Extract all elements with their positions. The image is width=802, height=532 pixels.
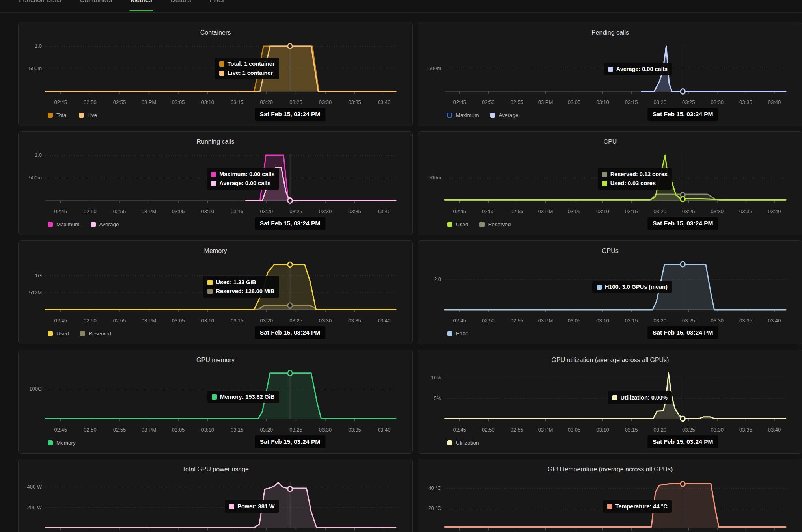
legend-item-average[interactable]: Average: [91, 221, 119, 227]
chart-title: Total GPU power usage: [19, 466, 412, 473]
chart-plot-area[interactable]: Average: 0.00 calls Sat Feb 15, 03:24 PM…: [445, 40, 786, 95]
tooltip-series-swatch: [607, 504, 612, 509]
x-axis-label: 03:35: [739, 99, 752, 105]
chart-plot-area[interactable]: Total: 1 containerLive: 1 container Sat …: [45, 40, 396, 95]
legend-item-live[interactable]: Live: [79, 112, 97, 118]
tab-details[interactable]: Details: [171, 0, 191, 4]
tab-metrics[interactable]: Metrics: [131, 0, 152, 4]
tooltip-value-text: Average: 0.00 calls: [219, 180, 270, 186]
y-axis-label: 512M: [29, 290, 42, 296]
x-axis-label: 03:25: [289, 318, 302, 324]
x-axis-label: 03:05: [568, 318, 581, 324]
tooltip-row: Used: 0.03 cores: [602, 180, 668, 186]
legend-swatch: [447, 113, 452, 118]
series-tooltip: Used: 1.33 GiBReserved: 128.00 MiB: [203, 276, 279, 298]
y-axis-label: 500m: [428, 65, 441, 71]
x-axis-label: 02:55: [511, 318, 524, 324]
tooltip-row: Live: 1 container: [219, 70, 275, 76]
legend-swatch: [447, 440, 452, 445]
y-axis-label: 500m: [29, 175, 42, 180]
legend-label: Reserved: [89, 331, 112, 337]
legend-swatch: [48, 331, 53, 336]
tab-function-calls[interactable]: Function Calls: [19, 0, 61, 4]
y-axis-label: 1G: [35, 273, 42, 279]
x-axis-label: 03:10: [596, 318, 609, 324]
x-axis-label: 03:35: [348, 318, 361, 324]
tooltip-series-swatch: [602, 172, 607, 177]
legend-item-used[interactable]: Used: [48, 331, 69, 337]
legend-item-total[interactable]: Total: [48, 112, 68, 118]
legend-item-reserved[interactable]: Reserved: [80, 331, 112, 337]
chart-card-gpu-temperature: GPU temperature (average across all GPUs…: [418, 459, 802, 532]
series-tooltip: Power: 381 W: [225, 500, 279, 513]
series-tooltip: Memory: 153.82 GiB: [207, 391, 279, 403]
x-axis-label: 02:50: [482, 427, 495, 433]
tooltip-row: Total: 1 container: [219, 61, 275, 67]
time-tooltip: Sat Feb 15, 03:24 PM: [255, 108, 325, 121]
series-tooltip: Reserved: 0.12 coresUsed: 0.03 cores: [598, 168, 672, 190]
time-tooltip: Sat Feb 15, 03:24 PM: [255, 435, 325, 448]
x-axis-label: 03:25: [289, 427, 302, 433]
x-axis-label: 02:45: [453, 427, 466, 433]
chart-title: Memory: [19, 247, 412, 255]
x-axis-label: 03:15: [625, 99, 638, 105]
chart-svg: [45, 477, 396, 532]
chart-plot-area[interactable]: Used: 1.33 GiBReserved: 128.00 MiB Sat F…: [45, 259, 396, 314]
chart-plot-area[interactable]: H100: 3.0 GPUs (mean) Sat Feb 15, 03:24 …: [445, 259, 786, 314]
legend-label: Total: [56, 112, 68, 118]
x-axis-label: 03:30: [711, 318, 724, 324]
tooltip-row: Average: 0.00 calls: [211, 180, 274, 186]
x-axis-label: 02:45: [453, 208, 466, 214]
x-axis-label: 03:40: [768, 427, 781, 433]
legend-item-average[interactable]: Average: [490, 112, 519, 118]
x-axis-label: 03 PM: [142, 318, 157, 324]
tooltip-row: Used: 1.33 GiB: [207, 279, 274, 285]
chart-plot-area[interactable]: Utilization: 0.00% Sat Feb 15, 03:24 PM …: [445, 368, 786, 423]
legend-item-maximum[interactable]: Maximum: [447, 112, 479, 118]
chart-title: Containers: [19, 29, 412, 36]
tooltip-series-swatch: [211, 181, 216, 186]
tab-containers[interactable]: Containers: [80, 0, 112, 4]
x-axis-label: 03:35: [739, 427, 752, 433]
x-axis-label: 02:45: [453, 99, 466, 105]
tab-files[interactable]: Files: [210, 0, 224, 4]
legend-item-reserved[interactable]: Reserved: [479, 221, 511, 227]
tooltip-series-swatch: [212, 394, 217, 400]
time-tooltip: Sat Feb 15, 03:24 PM: [647, 435, 718, 448]
chart-plot-area[interactable]: Memory: 153.82 GiB Sat Feb 15, 03:24 PM …: [45, 368, 396, 423]
x-axis-label: 02:55: [113, 208, 126, 214]
chart-legend: UsedReserved: [48, 331, 111, 337]
tooltip-series-swatch: [219, 71, 224, 76]
legend-item-used[interactable]: Used: [447, 221, 468, 227]
legend-item-h100[interactable]: H100: [447, 331, 468, 337]
chart-plot-area[interactable]: Reserved: 0.12 coresUsed: 0.03 cores Sat…: [445, 149, 786, 205]
x-axis-label: 02:55: [113, 318, 126, 324]
y-axis-label: 1.0: [35, 43, 42, 49]
chart-plot-area[interactable]: Temperature: 44 °C Sat Feb 15, 03:24 PM …: [445, 477, 786, 532]
legend-item-utilization[interactable]: Utilization: [447, 440, 479, 446]
tooltip-value-text: H100: 3.0 GPUs (mean): [605, 284, 668, 290]
tooltip-series-swatch: [597, 285, 602, 290]
series-tooltip: Total: 1 containerLive: 1 container: [215, 58, 279, 79]
chart-plot-area[interactable]: Maximum: 0.00 callsAverage: 0.00 calls S…: [45, 149, 396, 205]
series-tooltip: Average: 0.00 calls: [604, 63, 672, 75]
x-axis-label: 03:20: [653, 318, 666, 324]
legend-item-memory[interactable]: Memory: [48, 440, 76, 446]
x-axis-label: 03:20: [653, 427, 666, 433]
x-axis-label: 02:50: [84, 99, 97, 105]
x-axis-label: 03:10: [201, 99, 214, 105]
legend-item-maximum[interactable]: Maximum: [48, 221, 80, 227]
tooltip-row: Reserved: 0.12 cores: [602, 171, 668, 177]
chart-title: Running calls: [19, 138, 412, 145]
x-axis-label: 03:15: [231, 318, 244, 324]
x-axis-label: 03:20: [653, 99, 666, 105]
legend-swatch: [80, 331, 85, 336]
chart-plot-area[interactable]: Power: 381 W Sat Feb 15, 03:24 PM 400 W2…: [45, 477, 396, 532]
tooltip-value-text: Utilization: 0.00%: [621, 394, 668, 401]
tooltip-row: Maximum: 0.00 calls: [211, 171, 274, 177]
legend-label: H100: [456, 331, 468, 337]
tooltip-value-text: Temperature: 44 °C: [615, 503, 668, 510]
legend-swatch: [48, 222, 53, 227]
tooltip-series-swatch: [229, 504, 234, 509]
x-axis-label: 03 PM: [142, 427, 157, 433]
